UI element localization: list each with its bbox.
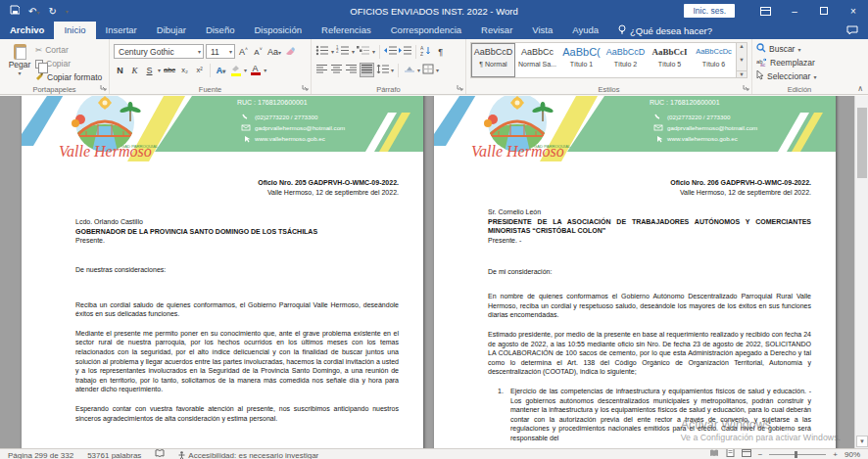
font-color-button[interactable]: A: [249, 65, 262, 75]
comment-icon[interactable]: [846, 22, 868, 39]
grow-font-button[interactable]: A˄: [237, 46, 250, 57]
sign-in-button[interactable]: Inic. ses.: [684, 4, 735, 18]
email-line: gadprvallehermoso@hotmail.com: [667, 124, 757, 131]
word-count[interactable]: 53761 palabras: [87, 449, 141, 459]
italic-button[interactable]: K: [128, 66, 141, 75]
line-spacing-button[interactable]: [376, 64, 389, 76]
title-bar: ↶▾ ↻ ▾ OFICIOS ENVIADOS INST. 2022 - Wor…: [0, 0, 868, 22]
style-titulo-5[interactable]: AaBbCcITítulo 5: [649, 44, 691, 76]
web-line: www.vallehermoso.gob.ec: [666, 135, 738, 142]
font-size-combobox[interactable]: 11▾: [206, 44, 235, 59]
tab-correspondencia[interactable]: Correspondencia: [381, 22, 471, 39]
paragraph-dialog-launcher[interactable]: [457, 83, 463, 93]
tab-referencias[interactable]: Referencias: [312, 22, 381, 39]
quick-access-toolbar: ↶▾ ↻ ▾: [0, 5, 69, 17]
restore-button[interactable]: [809, 0, 839, 22]
print-layout-button[interactable]: [726, 448, 735, 459]
increase-indent-button[interactable]: [399, 45, 411, 58]
scroll-down-button[interactable]: ▼: [856, 436, 868, 447]
change-case-button[interactable]: Aa▾: [266, 47, 282, 57]
recipient-title: GOBERNADOR DE LA PROVINCIA SANTO DOMINGO…: [75, 227, 399, 237]
borders-button[interactable]: [422, 64, 434, 76]
group-parrafo: ▾ 12▾ ▾ AZ ¶ ▾ ▾ ▾ Párrafo: [312, 39, 466, 94]
tab-ayuda[interactable]: Ayuda: [562, 22, 608, 39]
tab-vista[interactable]: Vista: [522, 22, 562, 39]
clipboard-dialog-launcher[interactable]: [100, 83, 107, 93]
shading-button[interactable]: [403, 66, 415, 74]
document-page-left[interactable]: Valle Hermoso GAD PARROQUIAL Acuerdo Min…: [22, 96, 423, 448]
underline-button[interactable]: S: [143, 66, 156, 75]
tab-inicio[interactable]: Inicio: [54, 22, 95, 39]
font-name-combobox[interactable]: Century Gothic▾: [114, 44, 204, 59]
page-count[interactable]: Página 299 de 332: [8, 449, 73, 459]
font-dialog-launcher[interactable]: [302, 83, 309, 93]
sort-button[interactable]: AZ: [420, 45, 432, 58]
style-normal[interactable]: AaBbCcD¶ Normal: [472, 44, 514, 76]
status-bar: Página 299 de 332 53761 palabras Accesib…: [0, 448, 868, 459]
tab-archivo[interactable]: Archivo: [0, 22, 54, 39]
styles-scroll-up-button[interactable]: ▲: [737, 43, 747, 49]
numbering-button[interactable]: 12: [336, 45, 350, 58]
scrollbar-thumb[interactable]: [857, 108, 867, 178]
clear-formatting-icon[interactable]: [284, 46, 297, 58]
vertical-scrollbar[interactable]: ▼: [854, 96, 868, 448]
zoom-in-button[interactable]: +: [833, 448, 838, 459]
cut-button[interactable]: ✂Cortar: [35, 44, 102, 57]
oficio-number: Oficio Nro. 206 GADPRVH-O-WMC-09-2022.: [488, 178, 811, 188]
group-fuente: Century Gothic▾ 11▾ A˄ A˅ Aa▾ N K S▾ abc…: [110, 39, 312, 94]
save-icon[interactable]: [10, 5, 20, 17]
tab-revisar[interactable]: Revisar: [471, 22, 522, 39]
document-page-right[interactable]: Valle Hermoso GAD PARROQUIAL Acuerdo Min…: [434, 96, 836, 448]
strikethrough-button[interactable]: abc: [163, 66, 176, 74]
zoom-out-button[interactable]: −: [758, 448, 763, 459]
text-effects-button[interactable]: A▾: [215, 66, 227, 75]
web-layout-button[interactable]: [742, 448, 751, 459]
replace-button[interactable]: abac Reemplazar: [756, 56, 844, 69]
brand-subtitle: GAD PARROQUIAL: [534, 144, 571, 149]
decrease-indent-button[interactable]: [384, 45, 397, 58]
read-mode-button[interactable]: [709, 448, 719, 459]
redo-button[interactable]: ↻: [48, 6, 56, 17]
show-paragraph-marks-button[interactable]: ¶: [434, 47, 447, 57]
style-normal-sa[interactable]: AaBbCcNormal Sa...: [516, 44, 558, 76]
style-titulo-6[interactable]: AaBbCcDcTítulo 6: [693, 44, 735, 76]
collapse-ribbon-button[interactable]: ∧: [857, 84, 863, 93]
ribbon-display-options-icon[interactable]: [750, 0, 780, 22]
superscript-button[interactable]: x²: [193, 66, 206, 74]
subscript-button[interactable]: x₂: [178, 66, 191, 74]
shrink-font-button[interactable]: A˅: [252, 46, 265, 57]
accessibility-status[interactable]: Accesibilidad: es necesario investigar: [178, 449, 318, 459]
undo-button[interactable]: ↶▾: [28, 6, 39, 17]
multilevel-list-button[interactable]: [357, 45, 370, 58]
tab-disposicion[interactable]: Disposición: [244, 22, 312, 39]
tab-insertar[interactable]: Insertar: [96, 22, 147, 39]
proofing-status[interactable]: [155, 449, 165, 458]
close-button[interactable]: ×: [839, 0, 868, 22]
styles-more-button[interactable]: ▼: [737, 70, 747, 77]
bold-button[interactable]: N: [114, 66, 126, 75]
align-left-button[interactable]: [315, 64, 328, 76]
email-line: gadprvallehermoso@hotmail.com: [255, 124, 345, 131]
minimize-button[interactable]: –: [780, 0, 809, 22]
style-titulo-1[interactable]: AaBbC(Título 1: [560, 44, 603, 76]
find-button[interactable]: Buscar▾: [756, 42, 844, 56]
styles-dialog-launcher[interactable]: [743, 83, 749, 93]
qat-customize-button[interactable]: ▾: [66, 8, 69, 15]
zoom-slider-handle[interactable]: [795, 451, 797, 458]
align-center-button[interactable]: [330, 64, 343, 76]
tab-diseno[interactable]: Diseño: [196, 22, 245, 39]
tell-me-box[interactable]: ¿Qué desea hacer?: [608, 22, 722, 39]
highlight-color-button[interactable]: [229, 64, 242, 76]
recipient-name: Sr. Cornelio León: [488, 207, 811, 217]
select-button[interactable]: Seleccionar▾: [756, 69, 844, 83]
paste-button[interactable]: Pegar ▾: [4, 42, 35, 83]
align-right-button[interactable]: [345, 64, 358, 76]
zoom-slider[interactable]: [769, 454, 826, 455]
style-titulo-2[interactable]: AaBbCcDTítulo 2: [604, 44, 647, 76]
zoom-percentage[interactable]: 90%: [844, 448, 860, 459]
copy-button[interactable]: Copiar: [35, 58, 102, 70]
styles-scroll-down-button[interactable]: ▼: [737, 57, 747, 63]
bullets-button[interactable]: [315, 45, 329, 58]
justify-button[interactable]: [360, 63, 374, 77]
tab-dibujar[interactable]: Dibujar: [147, 22, 196, 39]
